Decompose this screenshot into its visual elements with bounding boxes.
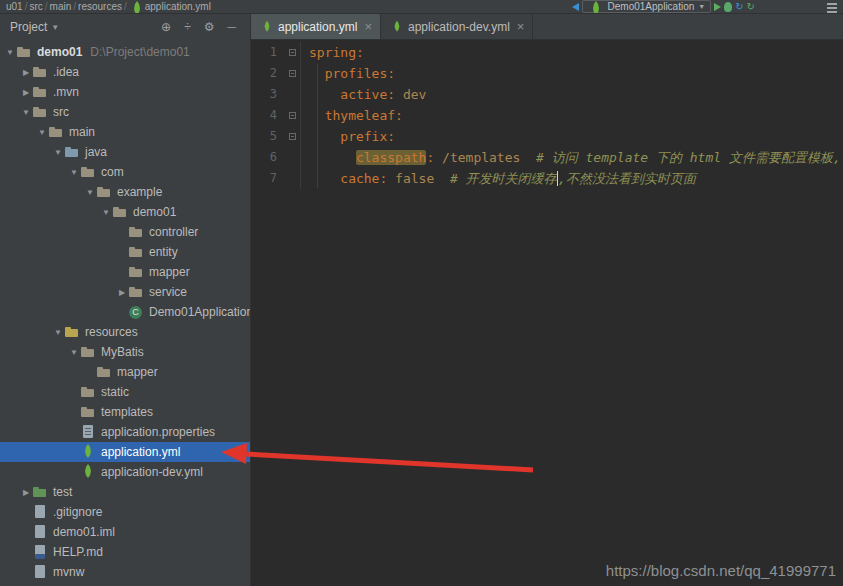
- tree-item-label: HELP.md: [53, 545, 103, 559]
- close-icon[interactable]: ×: [364, 19, 372, 34]
- tree-item-help.md[interactable]: HELP.md: [0, 542, 250, 562]
- profiler-button[interactable]: ↻: [747, 2, 755, 12]
- tree-item-.mvn[interactable]: ▶.mvn: [0, 82, 250, 102]
- tree-item-demo01[interactable]: ▼demo01: [0, 202, 250, 222]
- class-icon: C: [129, 306, 142, 319]
- tree-item-resources[interactable]: ▼resources: [0, 322, 250, 342]
- fold-minus-icon[interactable]: [289, 133, 296, 140]
- tree-item-example[interactable]: ▼example: [0, 182, 250, 202]
- breadcrumb-item[interactable]: src: [29, 1, 42, 12]
- run-config-select[interactable]: Demo01Application ▼: [582, 0, 712, 13]
- fold-minus-icon[interactable]: [289, 49, 296, 56]
- code-line-5[interactable]: 5 prefix:: [251, 126, 843, 147]
- tree-item-demo01[interactable]: ▼demo01D:\Project\demo01: [0, 42, 250, 62]
- chevron-right-icon[interactable]: ▶: [20, 488, 32, 497]
- breadcrumb-item[interactable]: main: [50, 1, 72, 12]
- tree-item-mapper[interactable]: mapper: [0, 262, 250, 282]
- tree-item-application.properties[interactable]: application.properties: [0, 422, 250, 442]
- folder-icon: [128, 224, 144, 240]
- tree-item-service[interactable]: ▶service: [0, 282, 250, 302]
- chevron-down-icon[interactable]: ▼: [68, 168, 80, 177]
- run-button[interactable]: [714, 3, 721, 11]
- fold-gutter[interactable]: [285, 126, 301, 147]
- chevron-right-icon[interactable]: ▶: [20, 68, 32, 77]
- tree-item-static[interactable]: static: [0, 382, 250, 402]
- code-line-2[interactable]: 2 profiles:: [251, 63, 843, 84]
- chevron-down-icon[interactable]: ▼: [4, 48, 16, 57]
- breadcrumb-item[interactable]: application.yml: [145, 1, 211, 12]
- tree-item-application.yml[interactable]: application.yml: [0, 442, 250, 462]
- tree-item-mybatis[interactable]: ▼MyBatis: [0, 342, 250, 362]
- tree-item-controller[interactable]: controller: [0, 222, 250, 242]
- chevron-down-icon[interactable]: ▼: [100, 208, 112, 217]
- tree-item-test[interactable]: ▶test: [0, 482, 250, 502]
- code-line-3[interactable]: 3 active: dev: [251, 84, 843, 105]
- tab-application.yml[interactable]: application.yml×: [251, 14, 381, 39]
- tab-application-dev.yml[interactable]: application-dev.yml×: [381, 14, 533, 39]
- fold-gutter[interactable]: [285, 42, 301, 63]
- code-line-6[interactable]: 6 classpath: /templates # 访问 template 下的…: [251, 147, 843, 168]
- tree-item-label: src: [53, 105, 69, 119]
- tree-item-label: example: [117, 185, 162, 199]
- tree-item-src[interactable]: ▼src: [0, 102, 250, 122]
- code-token: ,不然没法看到实时页面: [558, 171, 696, 186]
- fold-gutter[interactable]: [285, 63, 301, 84]
- indent-guide: [317, 64, 318, 188]
- tree-item-label: mapper: [117, 365, 158, 379]
- tree-item-mapper[interactable]: mapper: [0, 362, 250, 382]
- code-line-7[interactable]: 7 cache: false # 开发时关闭缓存,不然没法看到实时页面: [251, 168, 843, 189]
- collapse-all-icon[interactable]: ÷: [184, 20, 191, 34]
- code-token: [520, 150, 536, 165]
- chevron-down-icon[interactable]: ▼: [52, 328, 64, 337]
- hide-panel-icon[interactable]: ─: [227, 20, 236, 34]
- breadcrumb-item[interactable]: resources: [78, 1, 122, 12]
- watermark: https://blog.csdn.net/qq_41999771: [606, 562, 836, 579]
- chevron-down-icon[interactable]: ▼: [52, 148, 64, 157]
- tree-item-mvnw[interactable]: mvnw: [0, 562, 250, 582]
- tree-item-application-dev.yml[interactable]: application-dev.yml: [0, 462, 250, 482]
- tree-item-com[interactable]: ▼com: [0, 162, 250, 182]
- chevron-right-icon[interactable]: ▶: [20, 88, 32, 97]
- folder-icon: [32, 84, 48, 100]
- line-number: 7: [251, 168, 285, 189]
- chevron-down-icon[interactable]: ▼: [84, 188, 96, 197]
- folder-icon: [96, 364, 112, 380]
- folder-icon: [16, 44, 32, 60]
- chevron-down-icon[interactable]: ▼: [20, 108, 32, 117]
- tree-item-label: static: [101, 385, 129, 399]
- fold-minus-icon[interactable]: [289, 70, 296, 77]
- tree-item-demo01.iml[interactable]: demo01.iml: [0, 522, 250, 542]
- settings-icon[interactable]: ⚙: [204, 20, 215, 34]
- folder-test-icon: [32, 484, 48, 500]
- project-panel-header: Project ▼ ⊕÷⚙─: [0, 14, 250, 40]
- fold-minus-icon[interactable]: [289, 112, 296, 119]
- tree-item-templates[interactable]: templates: [0, 402, 250, 422]
- tree-item-demo01application[interactable]: CDemo01Application: [0, 302, 250, 322]
- tree-item-entity[interactable]: entity: [0, 242, 250, 262]
- tree-item-.gitignore[interactable]: .gitignore: [0, 502, 250, 522]
- tree-item-main[interactable]: ▼main: [0, 122, 250, 142]
- code-line-4[interactable]: 4 thymeleaf:: [251, 105, 843, 126]
- chevron-down-icon[interactable]: ▼: [68, 348, 80, 357]
- back-arrow-icon[interactable]: [572, 3, 579, 11]
- code-line-1[interactable]: 1spring:: [251, 42, 843, 63]
- tree-item-label: demo01: [133, 205, 176, 219]
- project-panel-title[interactable]: Project: [10, 20, 47, 34]
- chevron-right-icon[interactable]: ▶: [116, 288, 128, 297]
- menu-icon[interactable]: [827, 3, 837, 5]
- tree-item-.idea[interactable]: ▶.idea: [0, 62, 250, 82]
- close-icon[interactable]: ×: [517, 19, 525, 34]
- chevron-down-icon[interactable]: ▼: [51, 23, 59, 32]
- project-tree: ▼demo01D:\Project\demo01▶.idea▶.mvn▼src▼…: [0, 40, 250, 586]
- fold-gutter[interactable]: [285, 105, 301, 126]
- line-number: 3: [251, 84, 285, 105]
- locate-icon[interactable]: ⊕: [161, 20, 171, 34]
- breadcrumb-item[interactable]: u01: [6, 1, 23, 12]
- workspace: Project ▼ ⊕÷⚙─ ▼demo01D:\Project\demo01▶…: [0, 14, 843, 586]
- debug-button[interactable]: [724, 2, 732, 12]
- tree-item-java[interactable]: ▼java: [0, 142, 250, 162]
- coverage-button[interactable]: ↻: [735, 2, 743, 12]
- tab-label: application.yml: [278, 20, 357, 34]
- chevron-down-icon[interactable]: ▼: [36, 128, 48, 137]
- code-editor[interactable]: 1spring:2 profiles:3 active: dev4 thymel…: [251, 40, 843, 586]
